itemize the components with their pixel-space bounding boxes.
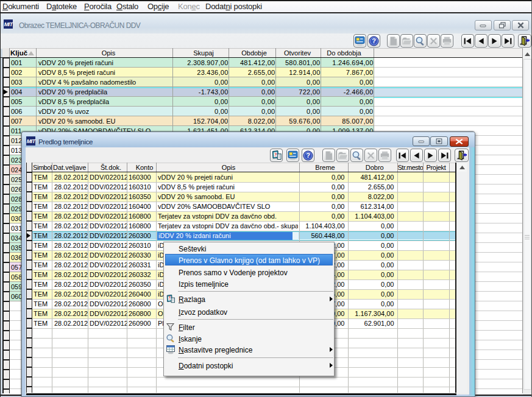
svg-text:?: ? (274, 152, 276, 158)
svg-text:?: ? (372, 37, 376, 44)
svg-text:?: ? (306, 152, 310, 159)
svg-text:?: ? (168, 295, 171, 301)
